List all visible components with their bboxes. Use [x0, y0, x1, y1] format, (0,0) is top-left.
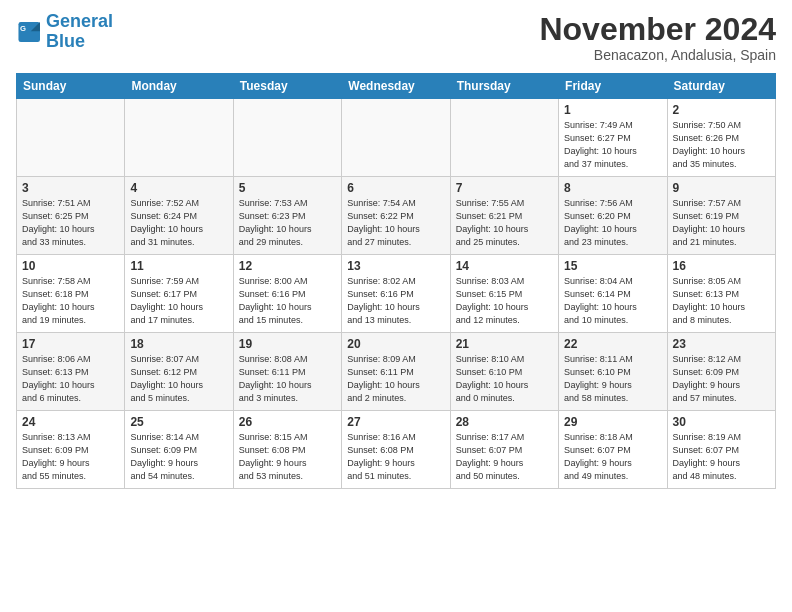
day-number: 3 [22, 181, 119, 195]
calendar-cell: 9Sunrise: 7:57 AMSunset: 6:19 PMDaylight… [667, 177, 775, 255]
calendar-cell: 12Sunrise: 8:00 AMSunset: 6:16 PMDayligh… [233, 255, 341, 333]
day-info: Sunrise: 8:07 AMSunset: 6:12 PMDaylight:… [130, 353, 227, 405]
day-number: 29 [564, 415, 661, 429]
header-monday: Monday [125, 74, 233, 99]
day-number: 7 [456, 181, 553, 195]
calendar-cell: 3Sunrise: 7:51 AMSunset: 6:25 PMDaylight… [17, 177, 125, 255]
location-subtitle: Benacazon, Andalusia, Spain [539, 47, 776, 63]
day-info: Sunrise: 8:06 AMSunset: 6:13 PMDaylight:… [22, 353, 119, 405]
day-number: 20 [347, 337, 444, 351]
logo-text: General Blue [46, 12, 113, 52]
logo-icon: G [18, 22, 42, 42]
calendar-cell: 26Sunrise: 8:15 AMSunset: 6:08 PMDayligh… [233, 411, 341, 489]
day-info: Sunrise: 8:10 AMSunset: 6:10 PMDaylight:… [456, 353, 553, 405]
day-number: 8 [564, 181, 661, 195]
day-number: 1 [564, 103, 661, 117]
header-saturday: Saturday [667, 74, 775, 99]
calendar-cell: 11Sunrise: 7:59 AMSunset: 6:17 PMDayligh… [125, 255, 233, 333]
calendar-cell: 19Sunrise: 8:08 AMSunset: 6:11 PMDayligh… [233, 333, 341, 411]
week-row-2: 3Sunrise: 7:51 AMSunset: 6:25 PMDaylight… [17, 177, 776, 255]
week-row-5: 24Sunrise: 8:13 AMSunset: 6:09 PMDayligh… [17, 411, 776, 489]
svg-text:G: G [20, 24, 26, 33]
calendar-cell: 15Sunrise: 8:04 AMSunset: 6:14 PMDayligh… [559, 255, 667, 333]
day-number: 9 [673, 181, 770, 195]
day-info: Sunrise: 8:17 AMSunset: 6:07 PMDaylight:… [456, 431, 553, 483]
day-info: Sunrise: 8:09 AMSunset: 6:11 PMDaylight:… [347, 353, 444, 405]
calendar-cell: 21Sunrise: 8:10 AMSunset: 6:10 PMDayligh… [450, 333, 558, 411]
calendar-cell: 2Sunrise: 7:50 AMSunset: 6:26 PMDaylight… [667, 99, 775, 177]
day-info: Sunrise: 8:00 AMSunset: 6:16 PMDaylight:… [239, 275, 336, 327]
day-info: Sunrise: 8:16 AMSunset: 6:08 PMDaylight:… [347, 431, 444, 483]
calendar-cell: 27Sunrise: 8:16 AMSunset: 6:08 PMDayligh… [342, 411, 450, 489]
calendar-cell: 30Sunrise: 8:19 AMSunset: 6:07 PMDayligh… [667, 411, 775, 489]
week-row-1: 1Sunrise: 7:49 AMSunset: 6:27 PMDaylight… [17, 99, 776, 177]
day-info: Sunrise: 7:50 AMSunset: 6:26 PMDaylight:… [673, 119, 770, 171]
calendar-cell: 5Sunrise: 7:53 AMSunset: 6:23 PMDaylight… [233, 177, 341, 255]
header-tuesday: Tuesday [233, 74, 341, 99]
day-number: 5 [239, 181, 336, 195]
day-number: 23 [673, 337, 770, 351]
logo-line2: Blue [46, 31, 85, 51]
day-info: Sunrise: 7:56 AMSunset: 6:20 PMDaylight:… [564, 197, 661, 249]
day-info: Sunrise: 8:15 AMSunset: 6:08 PMDaylight:… [239, 431, 336, 483]
day-number: 27 [347, 415, 444, 429]
day-number: 24 [22, 415, 119, 429]
day-number: 6 [347, 181, 444, 195]
calendar-cell: 8Sunrise: 7:56 AMSunset: 6:20 PMDaylight… [559, 177, 667, 255]
day-info: Sunrise: 8:13 AMSunset: 6:09 PMDaylight:… [22, 431, 119, 483]
day-info: Sunrise: 8:19 AMSunset: 6:07 PMDaylight:… [673, 431, 770, 483]
day-number: 14 [456, 259, 553, 273]
header-friday: Friday [559, 74, 667, 99]
calendar-cell [125, 99, 233, 177]
day-info: Sunrise: 8:05 AMSunset: 6:13 PMDaylight:… [673, 275, 770, 327]
month-title: November 2024 [539, 12, 776, 47]
calendar-cell: 22Sunrise: 8:11 AMSunset: 6:10 PMDayligh… [559, 333, 667, 411]
day-info: Sunrise: 7:53 AMSunset: 6:23 PMDaylight:… [239, 197, 336, 249]
day-number: 30 [673, 415, 770, 429]
day-info: Sunrise: 8:18 AMSunset: 6:07 PMDaylight:… [564, 431, 661, 483]
logo: G General Blue [16, 12, 113, 52]
week-row-3: 10Sunrise: 7:58 AMSunset: 6:18 PMDayligh… [17, 255, 776, 333]
day-number: 15 [564, 259, 661, 273]
day-info: Sunrise: 7:57 AMSunset: 6:19 PMDaylight:… [673, 197, 770, 249]
header-sunday: Sunday [17, 74, 125, 99]
day-info: Sunrise: 7:51 AMSunset: 6:25 PMDaylight:… [22, 197, 119, 249]
calendar-cell: 10Sunrise: 7:58 AMSunset: 6:18 PMDayligh… [17, 255, 125, 333]
day-info: Sunrise: 7:49 AMSunset: 6:27 PMDaylight:… [564, 119, 661, 171]
day-info: Sunrise: 7:52 AMSunset: 6:24 PMDaylight:… [130, 197, 227, 249]
day-info: Sunrise: 7:58 AMSunset: 6:18 PMDaylight:… [22, 275, 119, 327]
day-number: 18 [130, 337, 227, 351]
calendar-cell [450, 99, 558, 177]
day-info: Sunrise: 8:14 AMSunset: 6:09 PMDaylight:… [130, 431, 227, 483]
day-number: 22 [564, 337, 661, 351]
calendar-cell: 4Sunrise: 7:52 AMSunset: 6:24 PMDaylight… [125, 177, 233, 255]
calendar-container: G General Blue November 2024 Benacazon, … [0, 0, 792, 497]
day-number: 4 [130, 181, 227, 195]
day-info: Sunrise: 7:55 AMSunset: 6:21 PMDaylight:… [456, 197, 553, 249]
day-number: 28 [456, 415, 553, 429]
day-info: Sunrise: 8:08 AMSunset: 6:11 PMDaylight:… [239, 353, 336, 405]
day-number: 2 [673, 103, 770, 117]
calendar-cell: 23Sunrise: 8:12 AMSunset: 6:09 PMDayligh… [667, 333, 775, 411]
calendar-cell [342, 99, 450, 177]
day-info: Sunrise: 8:02 AMSunset: 6:16 PMDaylight:… [347, 275, 444, 327]
calendar-cell: 7Sunrise: 7:55 AMSunset: 6:21 PMDaylight… [450, 177, 558, 255]
header-thursday: Thursday [450, 74, 558, 99]
calendar-cell: 18Sunrise: 8:07 AMSunset: 6:12 PMDayligh… [125, 333, 233, 411]
calendar-table: SundayMondayTuesdayWednesdayThursdayFrid… [16, 73, 776, 489]
day-info: Sunrise: 7:54 AMSunset: 6:22 PMDaylight:… [347, 197, 444, 249]
title-block: November 2024 Benacazon, Andalusia, Spai… [539, 12, 776, 63]
day-info: Sunrise: 8:12 AMSunset: 6:09 PMDaylight:… [673, 353, 770, 405]
day-info: Sunrise: 8:04 AMSunset: 6:14 PMDaylight:… [564, 275, 661, 327]
day-info: Sunrise: 8:11 AMSunset: 6:10 PMDaylight:… [564, 353, 661, 405]
day-number: 10 [22, 259, 119, 273]
calendar-cell: 13Sunrise: 8:02 AMSunset: 6:16 PMDayligh… [342, 255, 450, 333]
calendar-cell: 16Sunrise: 8:05 AMSunset: 6:13 PMDayligh… [667, 255, 775, 333]
day-number: 21 [456, 337, 553, 351]
day-number: 19 [239, 337, 336, 351]
calendar-cell [233, 99, 341, 177]
logo-line1: General [46, 11, 113, 31]
calendar-cell: 24Sunrise: 8:13 AMSunset: 6:09 PMDayligh… [17, 411, 125, 489]
week-row-4: 17Sunrise: 8:06 AMSunset: 6:13 PMDayligh… [17, 333, 776, 411]
day-number: 11 [130, 259, 227, 273]
